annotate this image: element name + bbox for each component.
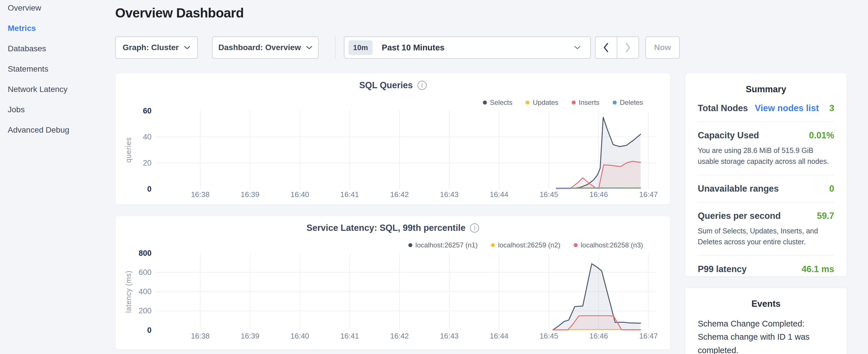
dashboard-label: Dashboard: Overview bbox=[218, 43, 301, 52]
y-tick-label: 0 bbox=[147, 185, 152, 193]
time-prev-button[interactable] bbox=[595, 36, 617, 59]
y-tick-label: 40 bbox=[143, 133, 152, 141]
now-button[interactable]: Now bbox=[645, 36, 680, 59]
summary-value: 46.1 ms bbox=[802, 264, 834, 275]
y-tick-label: 400 bbox=[139, 287, 152, 296]
page-title: Overview Dashboard bbox=[115, 5, 244, 21]
summary-row-total-nodes: Total Nodes View nodes list 3 bbox=[698, 95, 834, 122]
event-text: Schema Change Completed: Schema change w… bbox=[698, 317, 834, 354]
sql-queries-plot[interactable]: 16:3816:3916:4016:4116:4216:4316:4416:45… bbox=[116, 73, 670, 205]
x-tick-label: 16:38 bbox=[191, 332, 210, 340]
x-tick-label: 16:46 bbox=[589, 190, 608, 199]
controls-bar: Graph: Cluster Dashboard: Overview 10m P… bbox=[0, 36, 868, 59]
graph-scope-label: Graph: Cluster bbox=[123, 43, 179, 52]
x-tick-label: 16:47 bbox=[639, 332, 658, 340]
chevron-down-icon bbox=[306, 46, 312, 49]
x-tick-label: 16:40 bbox=[290, 332, 309, 340]
summary-value: 0 bbox=[829, 184, 834, 194]
sql-queries-card: SQL Queries i SelectsUpdatesInsertsDelet… bbox=[115, 73, 671, 205]
y-tick-label: 60 bbox=[143, 106, 152, 115]
x-tick-label: 16:38 bbox=[191, 190, 210, 199]
x-tick-label: 16:40 bbox=[290, 190, 309, 199]
y-tick-label: 800 bbox=[139, 249, 152, 257]
summary-value: 0.01% bbox=[809, 130, 834, 141]
summary-subtext: You are using 28.6 MiB of 515.9 GiB usab… bbox=[698, 145, 834, 167]
view-nodes-list-link[interactable]: View nodes list bbox=[755, 103, 819, 114]
dashboard-dropdown[interactable]: Dashboard: Overview bbox=[212, 36, 319, 59]
y-tick-label: 0 bbox=[147, 326, 152, 334]
time-next-button[interactable] bbox=[617, 36, 639, 59]
summary-row-unavailable-ranges: Unavailable ranges 0 bbox=[698, 175, 834, 202]
sidebar-item-network-latency[interactable]: Network Latency bbox=[8, 85, 112, 93]
time-range-dropdown[interactable]: 10m Past 10 Minutes bbox=[344, 36, 591, 59]
summary-label: Unavailable ranges bbox=[698, 184, 779, 194]
page: Overview Metrics Databases Statements Ne… bbox=[0, 0, 868, 354]
series-line bbox=[556, 188, 641, 188]
x-tick-label: 16:39 bbox=[241, 190, 259, 199]
chevron-left-icon bbox=[603, 42, 609, 53]
y-axis-unit-label: latency (ms) bbox=[124, 270, 132, 313]
sidebar-item-overview[interactable]: Overview bbox=[8, 4, 112, 12]
summary-label: Queries per second bbox=[698, 211, 781, 221]
chevron-down-icon bbox=[184, 46, 190, 49]
service-latency-card: Service Latency: SQL, 99th percentile i … bbox=[115, 216, 671, 350]
x-tick-label: 16:41 bbox=[340, 190, 359, 199]
x-tick-label: 16:45 bbox=[539, 332, 558, 340]
summary-value: 3 bbox=[829, 103, 834, 114]
summary-row-queries-per-second: Queries per second 59.7 Sum of Selects, … bbox=[698, 202, 834, 255]
summary-row-capacity-used: Capacity Used 0.01% You are using 28.6 M… bbox=[698, 122, 834, 175]
summary-label: Capacity Used bbox=[698, 130, 759, 141]
sidebar-item-statements[interactable]: Statements bbox=[8, 65, 112, 73]
service-latency-plot[interactable]: 16:3816:3916:4016:4116:4216:4316:4416:45… bbox=[116, 216, 670, 350]
x-tick-label: 16:41 bbox=[340, 332, 359, 340]
x-tick-label: 16:44 bbox=[490, 190, 508, 199]
time-window-badge: 10m bbox=[348, 40, 373, 55]
events-panel: Events Schema Change Completed: Schema c… bbox=[685, 288, 847, 354]
y-axis-unit-label: queries bbox=[124, 137, 132, 163]
x-tick-label: 16:44 bbox=[490, 332, 508, 340]
chevron-down-icon bbox=[574, 46, 581, 49]
summary-title: Summary bbox=[698, 84, 834, 95]
x-tick-label: 16:42 bbox=[390, 190, 409, 199]
summary-panel: Summary Total Nodes View nodes list 3 Ca… bbox=[685, 73, 847, 277]
summary-row-p99-latency: P99 latency 46.1 ms bbox=[698, 255, 834, 282]
sidebar-item-jobs[interactable]: Jobs bbox=[8, 106, 112, 114]
sidebar-item-advanced-debug[interactable]: Advanced Debug bbox=[8, 126, 112, 134]
events-title: Events bbox=[698, 299, 834, 309]
x-tick-label: 16:42 bbox=[390, 332, 409, 340]
summary-value: 59.7 bbox=[817, 211, 834, 221]
time-range-label: Past 10 Minutes bbox=[382, 43, 444, 53]
x-tick-label: 16:47 bbox=[639, 190, 658, 199]
x-tick-label: 16:43 bbox=[440, 190, 459, 199]
chevron-right-icon bbox=[625, 42, 631, 53]
summary-subtext: Sum of Selects, Updates, Inserts, and De… bbox=[698, 226, 834, 247]
y-tick-label: 600 bbox=[139, 268, 152, 277]
controls-divider bbox=[335, 36, 336, 59]
graph-scope-dropdown[interactable]: Graph: Cluster bbox=[115, 36, 198, 59]
x-tick-label: 16:39 bbox=[241, 332, 259, 340]
x-tick-label: 16:46 bbox=[589, 332, 608, 340]
sidebar-item-metrics[interactable]: Metrics bbox=[8, 24, 112, 32]
summary-label: Total Nodes bbox=[698, 103, 748, 114]
x-tick-label: 16:43 bbox=[440, 332, 459, 340]
x-tick-label: 16:45 bbox=[539, 190, 558, 199]
y-tick-label: 200 bbox=[139, 307, 152, 315]
y-tick-label: 20 bbox=[143, 159, 152, 167]
summary-label: P99 latency bbox=[698, 264, 747, 275]
event-item[interactable]: Schema Change Completed: Schema change w… bbox=[698, 317, 834, 354]
